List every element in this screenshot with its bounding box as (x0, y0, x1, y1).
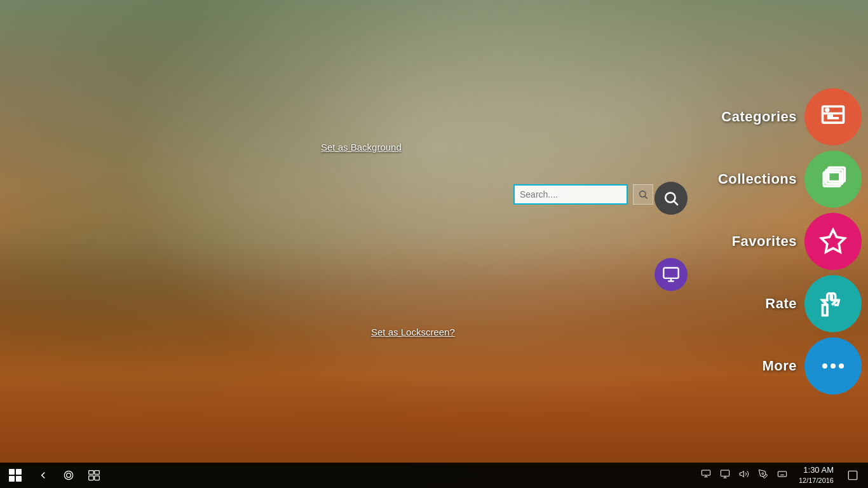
svg-point-0 (640, 191, 646, 197)
svg-rect-17 (89, 471, 94, 475)
main-content: Set as Background Set as Lockscreen? C (0, 0, 868, 488)
svg-point-9 (826, 109, 829, 111)
back-button[interactable] (31, 463, 56, 488)
right-navigation: Categories Collections (718, 0, 868, 488)
taskbar-network-icon[interactable] (698, 469, 714, 482)
notification-center-button[interactable] (843, 463, 863, 488)
nav-item-more[interactable]: More (762, 337, 862, 395)
cortana-search-button[interactable] (56, 463, 81, 488)
nav-circle-collections[interactable] (804, 151, 862, 208)
search-container (513, 184, 653, 205)
nav-item-categories[interactable]: Categories (721, 88, 862, 146)
set-lockscreen-link[interactable]: Set as Lockscreen? (371, 327, 455, 337)
svg-line-1 (645, 196, 648, 199)
clock-date: 12/17/2016 (799, 476, 834, 485)
search-button-small[interactable] (633, 184, 653, 205)
nav-item-favorites[interactable]: Favorites (732, 213, 862, 270)
nav-label-collections: Collections (718, 171, 797, 187)
svg-rect-14 (823, 305, 827, 316)
svg-point-15 (64, 471, 72, 479)
task-view-button[interactable] (81, 463, 107, 488)
taskbar-right: 1:30 AM 12/17/2016 (698, 463, 868, 488)
start-button[interactable] (0, 463, 31, 488)
taskbar-volume-icon[interactable] (736, 469, 752, 482)
nav-item-rate[interactable]: Rate (765, 275, 862, 332)
svg-point-28 (762, 473, 764, 475)
nav-item-collections[interactable]: Collections (718, 151, 862, 208)
nav-circle-more[interactable] (804, 337, 862, 395)
svg-marker-27 (740, 471, 743, 477)
taskbar-display-icon[interactable] (717, 469, 733, 482)
clock-time: 1:30 AM (803, 465, 834, 476)
nav-circle-rate[interactable] (804, 275, 862, 332)
svg-rect-24 (721, 470, 729, 476)
windows-logo-icon (9, 469, 22, 482)
more-dots-icon (822, 363, 844, 369)
svg-rect-21 (702, 470, 710, 475)
taskbar-pen-icon[interactable] (756, 469, 771, 482)
set-background-link[interactable]: Set as Background (321, 142, 402, 152)
search-input[interactable] (513, 184, 628, 205)
nav-label-rate: Rate (765, 295, 797, 312)
svg-marker-13 (822, 230, 845, 252)
svg-rect-19 (89, 476, 94, 480)
nav-label-more: More (762, 358, 797, 374)
nav-circle-favorites[interactable] (804, 213, 862, 270)
taskbar-keyboard-icon[interactable] (775, 469, 790, 482)
svg-point-16 (67, 473, 71, 478)
svg-rect-18 (95, 471, 100, 475)
nav-circle-categories[interactable] (804, 88, 862, 146)
svg-rect-29 (778, 471, 786, 477)
nav-label-favorites: Favorites (732, 233, 797, 250)
search-circle-button[interactable] (654, 182, 688, 215)
svg-line-3 (674, 201, 678, 205)
svg-rect-35 (848, 471, 857, 480)
monitor-circle-button[interactable] (654, 258, 688, 291)
nav-label-categories: Categories (721, 109, 797, 125)
taskbar: 1:30 AM 12/17/2016 (0, 463, 868, 488)
svg-point-2 (665, 193, 675, 202)
svg-rect-4 (663, 268, 678, 278)
svg-rect-20 (95, 476, 100, 480)
system-clock[interactable]: 1:30 AM 12/17/2016 (794, 465, 839, 485)
